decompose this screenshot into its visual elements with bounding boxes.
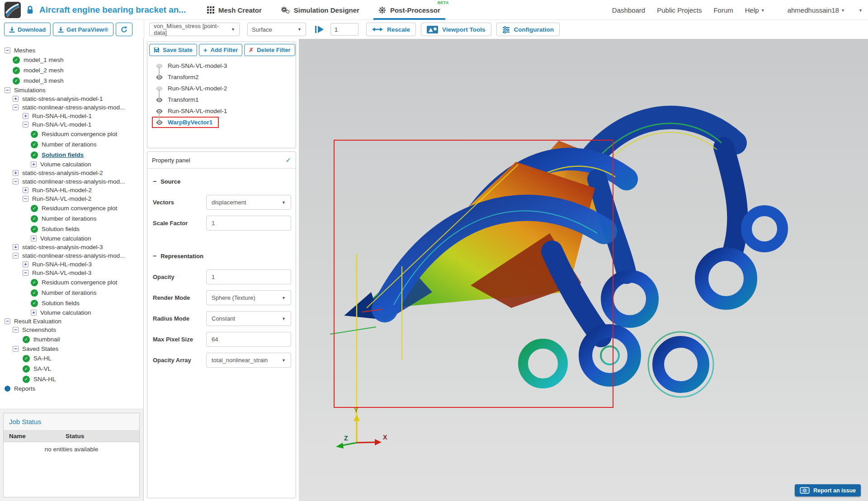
collapse-section-icon[interactable]: − xyxy=(153,178,156,185)
project-title[interactable]: Aircraft engine bearing bracket an... xyxy=(39,5,186,15)
extra-menu[interactable]: ▾ xyxy=(859,8,862,13)
collapse-icon[interactable]: − xyxy=(5,87,10,93)
tree-item[interactable]: +Run-SNA-HL-model-3 xyxy=(0,260,143,269)
collapse-section-icon[interactable]: − xyxy=(153,252,156,260)
tree-item[interactable]: −Run-SNA-VL-model-1 xyxy=(0,120,143,129)
collapse-icon[interactable]: − xyxy=(13,179,19,184)
collapse-icon[interactable]: − xyxy=(23,196,28,202)
tree-item[interactable]: ✓SA-HL xyxy=(0,353,143,364)
get-paraview-button[interactable]: Get ParaView® xyxy=(53,23,113,36)
tree-item[interactable]: ✓Number of iterations xyxy=(0,213,143,224)
tree-item[interactable]: +Volume calculation xyxy=(0,308,143,317)
render-viewport[interactable]: Y X Z Report an issue xyxy=(299,39,868,501)
play-button[interactable] xyxy=(314,24,326,35)
user-menu[interactable]: ahmedhussain18 ▾ xyxy=(788,6,844,14)
collapse-icon[interactable]: − xyxy=(13,327,19,333)
tab-mesh-creator[interactable]: Mesh Creator xyxy=(206,0,263,20)
simscale-logo[interactable] xyxy=(5,2,21,18)
visibility-eye-icon[interactable] xyxy=(156,109,163,114)
tab-post-processor[interactable]: Post-Processor BETA xyxy=(377,0,442,20)
tree-item[interactable]: ✓thumbnail xyxy=(0,334,143,345)
tree-item[interactable]: −Simulations xyxy=(0,86,143,95)
expand-icon[interactable]: + xyxy=(13,244,19,250)
collapse-icon[interactable]: − xyxy=(23,270,28,276)
save-state-button[interactable]: Save State xyxy=(149,44,197,56)
nav-dashboard[interactable]: Dashboard xyxy=(612,6,645,14)
field-select[interactable]: Constant▼ xyxy=(206,311,291,326)
tree-item[interactable]: −Run-SNA-VL-model-2 xyxy=(0,194,143,203)
tree-item[interactable]: +Volume calculation xyxy=(0,234,143,243)
report-issue-button[interactable]: Report an issue xyxy=(795,484,861,496)
visibility-eye-icon[interactable] xyxy=(156,75,163,80)
nav-help[interactable]: Help ▾ xyxy=(745,6,764,14)
visibility-eye-icon[interactable] xyxy=(156,120,163,125)
pipeline-item[interactable]: WarpByVector1 xyxy=(152,117,219,128)
collapse-icon[interactable]: − xyxy=(13,253,19,259)
pipeline-item[interactable]: Transform2 xyxy=(149,71,294,83)
expand-icon[interactable]: + xyxy=(31,161,37,167)
tree-item[interactable]: ✓Residuum convergence plot xyxy=(0,203,143,213)
field-select[interactable]: displacement▼ xyxy=(206,195,291,210)
visibility-eye-icon[interactable] xyxy=(156,97,163,103)
tree-item[interactable]: −static-nonlinear-stress-analysis-mod... xyxy=(0,251,143,260)
frame-input[interactable] xyxy=(330,23,359,36)
tree-item[interactable]: ✓Solution fields xyxy=(0,150,143,160)
tree-item[interactable]: ✓model_1 mesh xyxy=(0,55,143,65)
expand-icon[interactable]: + xyxy=(31,310,37,316)
expand-icon[interactable]: + xyxy=(23,187,28,193)
expand-icon[interactable]: + xyxy=(23,261,28,267)
delete-filter-button[interactable]: ✗ Delete Filter xyxy=(244,44,295,56)
tree-item[interactable]: −Run-SNA-VL-model-3 xyxy=(0,269,143,277)
tree-item[interactable]: +static-stress-analysis-model-2 xyxy=(0,169,143,177)
collapse-icon[interactable]: − xyxy=(23,122,28,128)
configuration-button[interactable]: Configuration xyxy=(496,23,560,36)
tree-item[interactable]: +Volume calculation xyxy=(0,160,143,169)
section-header[interactable]: −Representation xyxy=(153,252,291,260)
tab-simulation-designer[interactable]: Simulation Designer xyxy=(279,0,361,20)
download-button[interactable]: Download xyxy=(4,23,51,36)
section-header[interactable]: −Source xyxy=(153,178,291,185)
nav-public-projects[interactable]: Public Projects xyxy=(657,6,702,14)
field-array-select[interactable]: von_Mises_stress [point-data] ▼ xyxy=(149,23,240,36)
tree-item[interactable]: ✓Residuum convergence plot xyxy=(0,277,143,288)
expand-icon[interactable]: + xyxy=(23,113,28,119)
tree-item[interactable]: +static-stress-analysis-model-1 xyxy=(0,95,143,103)
tree-item[interactable]: ✓model_2 mesh xyxy=(0,65,143,76)
collapse-icon[interactable]: − xyxy=(5,318,10,324)
tree-item[interactable]: ✓Solution fields xyxy=(0,224,143,234)
representation-select[interactable]: Surface ▼ xyxy=(247,23,306,36)
tree-item[interactable]: −Meshes xyxy=(0,46,143,55)
tree-item[interactable]: +Run-SNA-HL-model-1 xyxy=(0,112,143,120)
nav-forum[interactable]: Forum xyxy=(713,6,733,14)
tree-item[interactable]: +Run-SNA-HL-model-2 xyxy=(0,186,143,194)
tree-item[interactable]: Reports xyxy=(0,384,143,393)
add-filter-button[interactable]: + Add Filter xyxy=(199,44,242,56)
tree-item[interactable]: +static-stress-analysis-model-3 xyxy=(0,243,143,251)
visibility-eye-icon[interactable] xyxy=(156,63,163,69)
collapse-icon[interactable]: − xyxy=(13,104,19,110)
3d-scene[interactable]: Y X Z xyxy=(299,39,868,501)
pipeline-item[interactable]: Run-SNA-VL-model-1 xyxy=(149,105,294,117)
field-input[interactable]: 1 xyxy=(206,216,291,231)
field-select[interactable]: total_nonlinear_strain▼ xyxy=(206,353,291,368)
collapse-icon[interactable]: − xyxy=(13,346,19,352)
collapse-icon[interactable]: − xyxy=(5,47,10,53)
tree-item[interactable]: −Saved States xyxy=(0,345,143,353)
tree-item[interactable]: ✓Number of iterations xyxy=(0,139,143,150)
visibility-eye-icon[interactable] xyxy=(156,86,163,91)
tree-item[interactable]: ✓model_3 mesh xyxy=(0,76,143,86)
apply-check-icon[interactable]: ✓ xyxy=(285,156,291,164)
tree-item[interactable]: ✓SA-VL xyxy=(0,364,143,374)
viewport-tools-button[interactable]: Viewport Tools xyxy=(421,23,491,36)
tree-item[interactable]: −static-nonlinear-stress-analysis-mod... xyxy=(0,103,143,112)
tree-item[interactable]: ✓Solution fields xyxy=(0,298,143,308)
expand-icon[interactable]: + xyxy=(13,96,19,102)
expand-icon[interactable]: + xyxy=(13,170,19,176)
pipeline-item[interactable]: Transform1 xyxy=(149,94,294,105)
tree-item[interactable]: ✓Residuum convergence plot xyxy=(0,129,143,139)
refresh-button[interactable] xyxy=(116,23,132,36)
tree-item[interactable]: −static-nonlinear-stress-analysis-mod... xyxy=(0,177,143,186)
field-select[interactable]: Sphere (Texture)▼ xyxy=(206,290,291,305)
tree-item[interactable]: −Screenshots xyxy=(0,326,143,334)
tree-item[interactable]: −Result Evaluation xyxy=(0,317,143,326)
